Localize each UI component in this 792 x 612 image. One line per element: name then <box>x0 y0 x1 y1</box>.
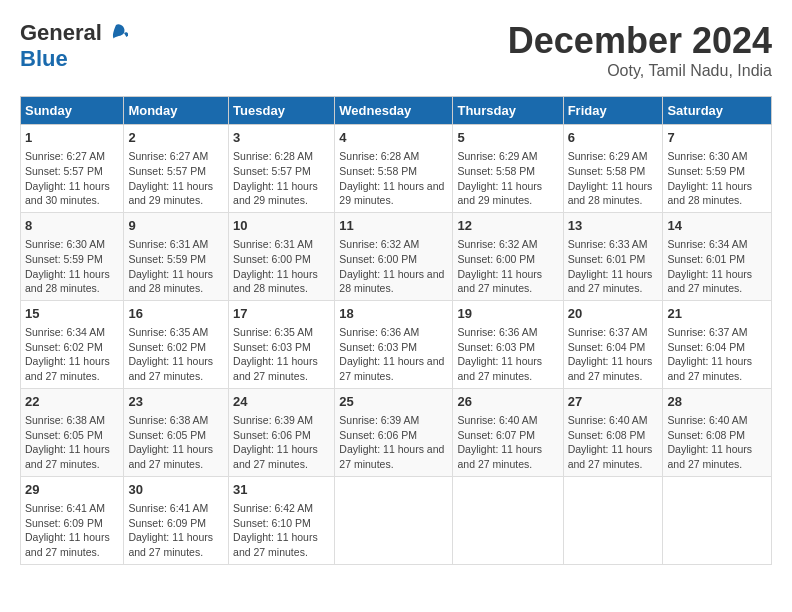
week-row-1: 1Sunrise: 6:27 AMSunset: 5:57 PMDaylight… <box>21 125 772 213</box>
calendar-cell: 24Sunrise: 6:39 AMSunset: 6:06 PMDayligh… <box>229 388 335 476</box>
cell-info: Sunrise: 6:32 AMSunset: 6:00 PMDaylight:… <box>339 237 448 296</box>
day-number: 16 <box>128 305 224 323</box>
logo-bird-icon <box>104 21 128 45</box>
cell-info: Sunrise: 6:40 AMSunset: 6:07 PMDaylight:… <box>457 413 558 472</box>
calendar-table: SundayMondayTuesdayWednesdayThursdayFrid… <box>20 96 772 565</box>
calendar-cell: 10Sunrise: 6:31 AMSunset: 6:00 PMDayligh… <box>229 212 335 300</box>
cell-info: Sunrise: 6:42 AMSunset: 6:10 PMDaylight:… <box>233 501 330 560</box>
logo-general: General <box>20 20 102 46</box>
calendar-cell: 25Sunrise: 6:39 AMSunset: 6:06 PMDayligh… <box>335 388 453 476</box>
page-header: General Blue December 2024 Ooty, Tamil N… <box>20 20 772 80</box>
calendar-cell: 8Sunrise: 6:30 AMSunset: 5:59 PMDaylight… <box>21 212 124 300</box>
cell-info: Sunrise: 6:30 AMSunset: 5:59 PMDaylight:… <box>667 149 767 208</box>
cell-info: Sunrise: 6:38 AMSunset: 6:05 PMDaylight:… <box>128 413 224 472</box>
cell-info: Sunrise: 6:32 AMSunset: 6:00 PMDaylight:… <box>457 237 558 296</box>
day-number: 14 <box>667 217 767 235</box>
day-number: 6 <box>568 129 659 147</box>
logo: General Blue <box>20 20 128 72</box>
calendar-cell: 1Sunrise: 6:27 AMSunset: 5:57 PMDaylight… <box>21 125 124 213</box>
calendar-cell: 26Sunrise: 6:40 AMSunset: 6:07 PMDayligh… <box>453 388 563 476</box>
calendar-cell: 18Sunrise: 6:36 AMSunset: 6:03 PMDayligh… <box>335 300 453 388</box>
cell-info: Sunrise: 6:31 AMSunset: 6:00 PMDaylight:… <box>233 237 330 296</box>
calendar-cell: 21Sunrise: 6:37 AMSunset: 6:04 PMDayligh… <box>663 300 772 388</box>
cell-info: Sunrise: 6:33 AMSunset: 6:01 PMDaylight:… <box>568 237 659 296</box>
day-number: 10 <box>233 217 330 235</box>
day-number: 4 <box>339 129 448 147</box>
day-number: 19 <box>457 305 558 323</box>
header-row: SundayMondayTuesdayWednesdayThursdayFrid… <box>21 97 772 125</box>
day-number: 23 <box>128 393 224 411</box>
day-number: 21 <box>667 305 767 323</box>
calendar-cell: 31Sunrise: 6:42 AMSunset: 6:10 PMDayligh… <box>229 476 335 564</box>
calendar-cell: 30Sunrise: 6:41 AMSunset: 6:09 PMDayligh… <box>124 476 229 564</box>
day-number: 7 <box>667 129 767 147</box>
calendar-cell: 3Sunrise: 6:28 AMSunset: 5:57 PMDaylight… <box>229 125 335 213</box>
column-header-wednesday: Wednesday <box>335 97 453 125</box>
calendar-cell <box>663 476 772 564</box>
location-title: Ooty, Tamil Nadu, India <box>508 62 772 80</box>
calendar-cell: 22Sunrise: 6:38 AMSunset: 6:05 PMDayligh… <box>21 388 124 476</box>
cell-info: Sunrise: 6:41 AMSunset: 6:09 PMDaylight:… <box>25 501 119 560</box>
calendar-cell: 29Sunrise: 6:41 AMSunset: 6:09 PMDayligh… <box>21 476 124 564</box>
calendar-cell: 16Sunrise: 6:35 AMSunset: 6:02 PMDayligh… <box>124 300 229 388</box>
column-header-tuesday: Tuesday <box>229 97 335 125</box>
day-number: 24 <box>233 393 330 411</box>
calendar-cell: 14Sunrise: 6:34 AMSunset: 6:01 PMDayligh… <box>663 212 772 300</box>
day-number: 20 <box>568 305 659 323</box>
week-row-5: 29Sunrise: 6:41 AMSunset: 6:09 PMDayligh… <box>21 476 772 564</box>
day-number: 13 <box>568 217 659 235</box>
calendar-cell: 4Sunrise: 6:28 AMSunset: 5:58 PMDaylight… <box>335 125 453 213</box>
cell-info: Sunrise: 6:29 AMSunset: 5:58 PMDaylight:… <box>568 149 659 208</box>
day-number: 1 <box>25 129 119 147</box>
day-number: 31 <box>233 481 330 499</box>
day-number: 9 <box>128 217 224 235</box>
cell-info: Sunrise: 6:40 AMSunset: 6:08 PMDaylight:… <box>568 413 659 472</box>
day-number: 28 <box>667 393 767 411</box>
cell-info: Sunrise: 6:27 AMSunset: 5:57 PMDaylight:… <box>25 149 119 208</box>
cell-info: Sunrise: 6:36 AMSunset: 6:03 PMDaylight:… <box>339 325 448 384</box>
cell-info: Sunrise: 6:37 AMSunset: 6:04 PMDaylight:… <box>568 325 659 384</box>
column-header-friday: Friday <box>563 97 663 125</box>
day-number: 5 <box>457 129 558 147</box>
calendar-cell: 13Sunrise: 6:33 AMSunset: 6:01 PMDayligh… <box>563 212 663 300</box>
calendar-cell: 19Sunrise: 6:36 AMSunset: 6:03 PMDayligh… <box>453 300 563 388</box>
day-number: 8 <box>25 217 119 235</box>
cell-info: Sunrise: 6:28 AMSunset: 5:58 PMDaylight:… <box>339 149 448 208</box>
cell-info: Sunrise: 6:39 AMSunset: 6:06 PMDaylight:… <box>233 413 330 472</box>
cell-info: Sunrise: 6:34 AMSunset: 6:02 PMDaylight:… <box>25 325 119 384</box>
cell-info: Sunrise: 6:40 AMSunset: 6:08 PMDaylight:… <box>667 413 767 472</box>
calendar-cell: 6Sunrise: 6:29 AMSunset: 5:58 PMDaylight… <box>563 125 663 213</box>
day-number: 22 <box>25 393 119 411</box>
day-number: 27 <box>568 393 659 411</box>
cell-info: Sunrise: 6:41 AMSunset: 6:09 PMDaylight:… <box>128 501 224 560</box>
column-header-saturday: Saturday <box>663 97 772 125</box>
calendar-cell: 15Sunrise: 6:34 AMSunset: 6:02 PMDayligh… <box>21 300 124 388</box>
column-header-monday: Monday <box>124 97 229 125</box>
calendar-cell <box>453 476 563 564</box>
column-header-thursday: Thursday <box>453 97 563 125</box>
day-number: 2 <box>128 129 224 147</box>
calendar-cell <box>335 476 453 564</box>
calendar-cell: 7Sunrise: 6:30 AMSunset: 5:59 PMDaylight… <box>663 125 772 213</box>
cell-info: Sunrise: 6:34 AMSunset: 6:01 PMDaylight:… <box>667 237 767 296</box>
calendar-cell: 27Sunrise: 6:40 AMSunset: 6:08 PMDayligh… <box>563 388 663 476</box>
calendar-cell: 9Sunrise: 6:31 AMSunset: 5:59 PMDaylight… <box>124 212 229 300</box>
cell-info: Sunrise: 6:39 AMSunset: 6:06 PMDaylight:… <box>339 413 448 472</box>
cell-info: Sunrise: 6:30 AMSunset: 5:59 PMDaylight:… <box>25 237 119 296</box>
calendar-cell: 12Sunrise: 6:32 AMSunset: 6:00 PMDayligh… <box>453 212 563 300</box>
cell-info: Sunrise: 6:35 AMSunset: 6:02 PMDaylight:… <box>128 325 224 384</box>
calendar-cell: 23Sunrise: 6:38 AMSunset: 6:05 PMDayligh… <box>124 388 229 476</box>
day-number: 11 <box>339 217 448 235</box>
day-number: 26 <box>457 393 558 411</box>
calendar-cell: 28Sunrise: 6:40 AMSunset: 6:08 PMDayligh… <box>663 388 772 476</box>
day-number: 3 <box>233 129 330 147</box>
calendar-cell: 5Sunrise: 6:29 AMSunset: 5:58 PMDaylight… <box>453 125 563 213</box>
day-number: 17 <box>233 305 330 323</box>
week-row-3: 15Sunrise: 6:34 AMSunset: 6:02 PMDayligh… <box>21 300 772 388</box>
day-number: 12 <box>457 217 558 235</box>
week-row-4: 22Sunrise: 6:38 AMSunset: 6:05 PMDayligh… <box>21 388 772 476</box>
cell-info: Sunrise: 6:31 AMSunset: 5:59 PMDaylight:… <box>128 237 224 296</box>
cell-info: Sunrise: 6:27 AMSunset: 5:57 PMDaylight:… <box>128 149 224 208</box>
calendar-cell: 20Sunrise: 6:37 AMSunset: 6:04 PMDayligh… <box>563 300 663 388</box>
day-number: 30 <box>128 481 224 499</box>
